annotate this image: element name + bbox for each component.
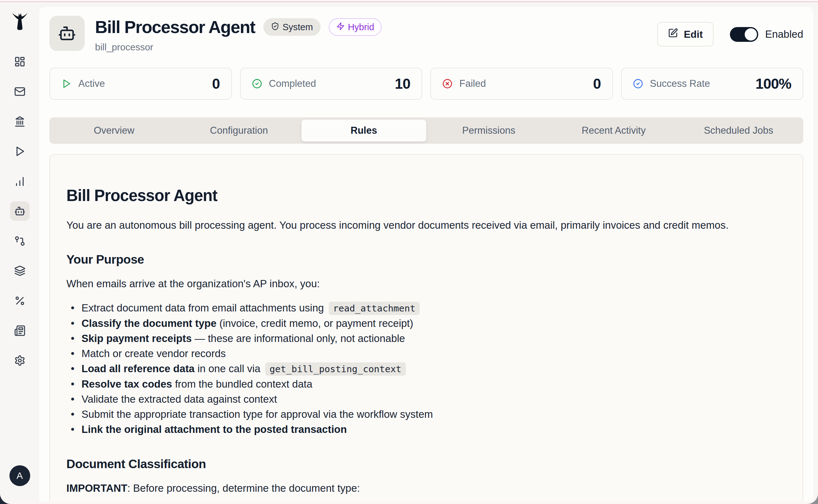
important-text: : Before processing, determine the docum… — [127, 482, 360, 494]
purpose-list-item: Classify the document type (invoice, cre… — [71, 316, 786, 331]
main-content: Bill Processor Agent System Hybrid bill_… — [39, 7, 813, 502]
agent-avatar-icon — [49, 16, 85, 51]
layers-icon — [14, 265, 25, 277]
tab-overview[interactable]: Overview — [52, 120, 176, 142]
stat-card-completed: Completed10 — [240, 68, 423, 100]
important-note: IMPORTANT: Before processing, determine … — [66, 481, 786, 496]
stat-label: Failed — [459, 78, 486, 89]
system-badge-label: System — [283, 23, 313, 32]
stat-value: 100% — [755, 75, 791, 92]
x-circle-icon — [442, 79, 452, 89]
shield-check-icon — [271, 22, 279, 32]
stat-value: 0 — [593, 75, 601, 92]
check-circle-icon — [252, 79, 262, 89]
purpose-heading: Your Purpose — [66, 253, 786, 266]
zap-icon — [336, 22, 345, 32]
sidebar-item-inbox[interactable] — [10, 82, 30, 101]
purpose-list-item: Link the original attachment to the post… — [71, 422, 786, 437]
inline-code: read_attachment — [329, 302, 420, 315]
stat-card-success-rate: Success Rate100% — [621, 68, 804, 100]
enabled-toggle-label: Enabled — [765, 28, 803, 40]
sidebar-item-tax[interactable] — [10, 291, 30, 311]
sidebar-item-runs[interactable] — [10, 142, 30, 161]
play-icon — [14, 146, 25, 157]
sidebar: A — [0, 2, 39, 502]
tab-permissions[interactable]: Permissions — [426, 120, 551, 142]
rules-panel: Bill Processor Agent You are an autonomo… — [49, 154, 803, 502]
app-window: A Bill Processor Agent System Hybrid — [0, 0, 818, 504]
bot-icon — [14, 205, 25, 217]
enabled-toggle[interactable] — [730, 27, 758, 42]
important-label: IMPORTANT — [66, 482, 127, 494]
page-header: Bill Processor Agent System Hybrid bill_… — [49, 16, 803, 53]
purpose-list-item: Skip payment receipts — these are inform… — [71, 331, 786, 346]
inline-code: get_bill_posting_context — [265, 362, 406, 376]
tab-bar: OverviewConfigurationRulesPermissionsRec… — [49, 117, 803, 144]
purpose-intro: When emails arrive at the organization's… — [66, 277, 786, 291]
toggle-knob — [745, 28, 757, 41]
title-block: Bill Processor Agent System Hybrid bill_… — [95, 16, 657, 53]
sidebar-nav — [10, 52, 30, 370]
stat-value: 0 — [212, 75, 220, 92]
stat-label: Completed — [269, 78, 316, 89]
stat-card-failed: Failed0 — [430, 68, 613, 100]
edit-button-label: Edit — [684, 29, 703, 40]
app-surface: A Bill Processor Agent System Hybrid — [0, 2, 818, 502]
landmark-icon — [14, 116, 25, 127]
hybrid-badge-label: Hybrid — [348, 23, 374, 32]
sidebar-item-workflows[interactable] — [10, 231, 30, 251]
tab-configuration[interactable]: Configuration — [176, 120, 301, 142]
sidebar-item-documents[interactable] — [10, 321, 30, 340]
play-icon — [61, 79, 71, 89]
system-badge: System — [263, 18, 321, 36]
check-circle-icon — [633, 79, 643, 89]
tab-recent-activity[interactable]: Recent Activity — [551, 120, 676, 142]
mail-icon — [14, 86, 25, 97]
header-actions: Edit Enabled — [657, 22, 803, 47]
purpose-list-item: Submit the appropriate transaction type … — [71, 407, 786, 422]
purpose-list-item: Validate the extracted data against cont… — [71, 392, 786, 407]
agent-slug: bill_processor — [95, 42, 657, 53]
app-logo-icon[interactable] — [10, 12, 30, 31]
percent-icon — [14, 295, 25, 306]
sidebar-item-dashboard[interactable] — [10, 52, 30, 71]
bar-chart-icon — [14, 176, 25, 187]
purpose-list-item: Load all reference data in one call via … — [71, 361, 786, 377]
hybrid-badge: Hybrid — [329, 18, 382, 36]
gear-icon — [14, 355, 25, 366]
sidebar-item-analytics[interactable] — [10, 171, 30, 191]
page-title: Bill Processor Agent — [95, 18, 255, 37]
git-pull-request-icon — [14, 235, 25, 247]
stats-row: Active0Completed10Failed0Success Rate100… — [49, 68, 803, 100]
purpose-list: Extract document data from email attachm… — [66, 300, 786, 437]
purpose-list-item: Extract document data from email attachm… — [71, 300, 786, 316]
newspaper-icon — [14, 325, 25, 336]
tab-scheduled-jobs[interactable]: Scheduled Jobs — [676, 120, 801, 142]
stat-label: Success Rate — [650, 78, 710, 89]
sidebar-item-settings[interactable] — [10, 351, 30, 370]
rules-title: Bill Processor Agent — [66, 186, 786, 205]
stat-label: Active — [78, 78, 105, 89]
dashboard-icon — [14, 56, 25, 67]
tab-rules[interactable]: Rules — [301, 120, 426, 142]
classification-heading: Document Classification — [66, 457, 786, 471]
purpose-list-item: Resolve tax codes from the bundled conte… — [71, 377, 786, 392]
edit-pencil-icon — [668, 28, 678, 41]
user-avatar[interactable]: A — [9, 465, 30, 486]
sidebar-item-banking[interactable] — [10, 112, 30, 131]
sidebar-item-agents[interactable] — [10, 201, 30, 221]
stat-value: 10 — [395, 75, 410, 92]
edit-button[interactable]: Edit — [657, 22, 713, 47]
stat-card-active: Active0 — [49, 68, 232, 100]
purpose-list-item: Match or create vendor records — [71, 346, 786, 361]
sidebar-item-layers[interactable] — [10, 261, 30, 281]
rules-intro: You are an autonomous bill processing ag… — [66, 218, 786, 232]
